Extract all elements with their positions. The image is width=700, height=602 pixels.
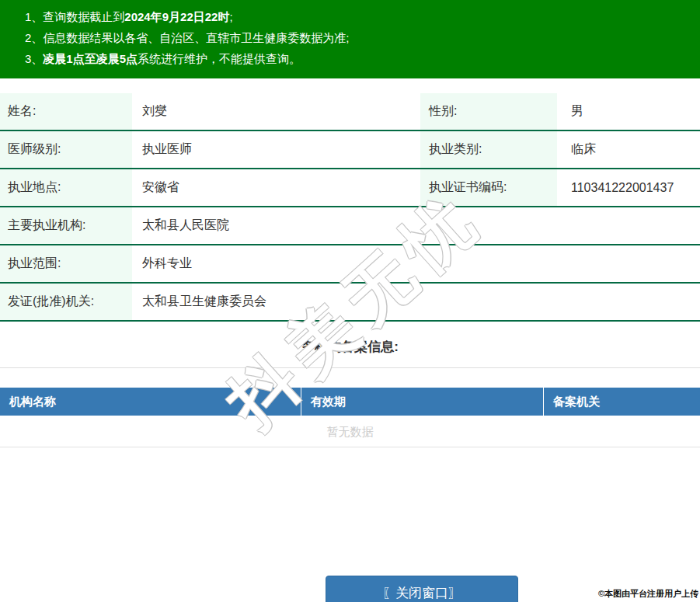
table-row: 发证(批准)机关: 太和县卫生健康委员会 xyxy=(0,284,700,322)
table-row: 执业地点: 安徽省 执业证书编码: 110341222001437 xyxy=(0,169,700,207)
name-value: 刘燮 xyxy=(132,93,420,130)
notice-3-post: 系统进行维护，不能提供查询。 xyxy=(138,52,301,65)
table-row: 执业范围: 外科专业 xyxy=(0,245,700,284)
close-window-button[interactable]: 〖关闭窗口〗 xyxy=(326,576,518,602)
filing-table-header: 机构名称 有效期 备案机关 xyxy=(0,388,700,416)
notice-banner: 1、查询数据截止到2024年9月22日22时; 2、信息数据结果以各省、自治区、… xyxy=(0,0,700,78)
notice-line-1: 1、查询数据截止到2024年9月22日22时; xyxy=(0,6,692,27)
table-row: 主要执业机构: 太和县人民医院 xyxy=(0,207,700,245)
practitioner-profile-table: 姓名: 刘燮 性别: 男 医师级别: 执业医师 执业类别: 临床 执业地点: 安… xyxy=(0,93,700,322)
doctor-level-value: 执业医师 xyxy=(132,131,420,168)
notice-2-pre: 信息数据结果以各省、自治区、直辖市卫生健康委数据为准; xyxy=(43,31,349,44)
gender-value: 男 xyxy=(557,93,700,130)
notice-line-2: 2、信息数据结果以各省、自治区、直辖市卫生健康委数据为准; xyxy=(0,27,692,48)
notice-1-post: ; xyxy=(229,10,232,23)
notice-line-3: 3、凌晨1点至凌晨5点系统进行维护，不能提供查询。 xyxy=(0,48,692,69)
notice-1-num: 1、 xyxy=(25,10,43,23)
copyright-note: ©本图由平台注册用户上传 xyxy=(598,588,698,600)
doctor-level-label: 医师级别: xyxy=(0,131,132,168)
name-label: 姓名: xyxy=(0,93,132,130)
notice-3-num: 3、 xyxy=(25,52,43,65)
practice-category-value: 临床 xyxy=(557,131,700,168)
main-institution-value: 太和县人民医院 xyxy=(132,207,700,244)
notice-1-pre: 查询数据截止到 xyxy=(43,10,124,23)
practice-category-label: 执业类别: xyxy=(420,131,557,168)
practice-location-value: 安徽省 xyxy=(132,169,420,206)
filing-section-title: 多机构备案信息: xyxy=(0,338,700,356)
certificate-number-value: 110341222001437 xyxy=(557,169,700,206)
issuing-authority-label: 发证(批准)机关: xyxy=(0,284,132,320)
notice-2-num: 2、 xyxy=(25,31,43,44)
practice-location-label: 执业地点: xyxy=(0,169,132,206)
empty-data-placeholder: 暂无数据 xyxy=(0,416,700,447)
table-row: 姓名: 刘燮 性别: 男 xyxy=(0,93,700,131)
practice-scope-value: 外科专业 xyxy=(132,245,700,282)
column-header-institution-name: 机构名称 xyxy=(0,388,301,416)
notice-3-bold: 凌晨1点至凌晨5点 xyxy=(43,52,138,65)
practice-scope-label: 执业范围: xyxy=(0,245,132,282)
table-row: 医师级别: 执业医师 执业类别: 临床 xyxy=(0,131,700,169)
column-header-validity-period: 有效期 xyxy=(301,388,544,416)
notice-1-bold: 2024年9月22日22时 xyxy=(124,10,229,23)
issuing-authority-value: 太和县卫生健康委员会 xyxy=(132,284,700,320)
certificate-number-label: 执业证书编码: xyxy=(420,169,557,206)
section-divider xyxy=(0,367,700,368)
gender-label: 性别: xyxy=(420,93,557,130)
main-institution-label: 主要执业机构: xyxy=(0,207,132,244)
column-header-filing-authority: 备案机关 xyxy=(544,388,700,416)
